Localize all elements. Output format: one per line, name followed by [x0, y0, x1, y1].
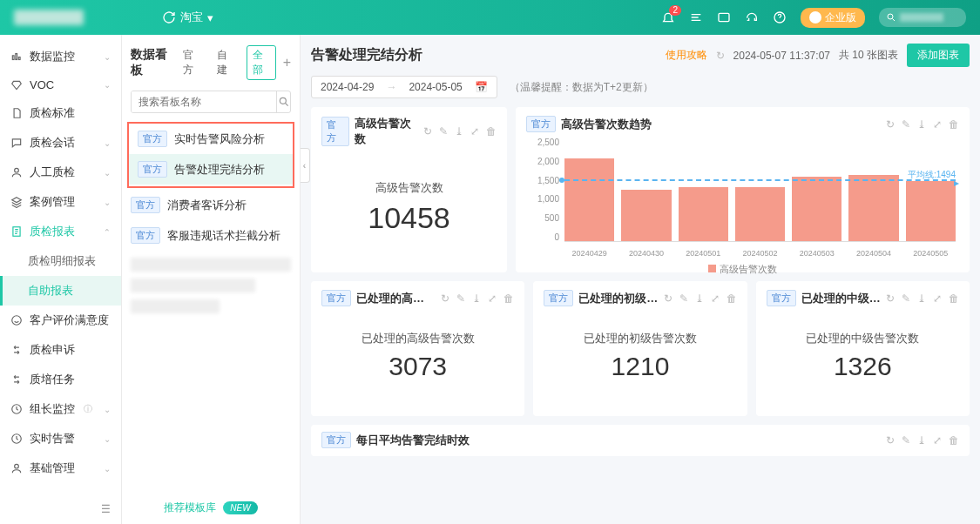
nav-leader[interactable]: 组长监控ⓘ⌄	[0, 394, 121, 424]
delete-icon[interactable]: 🗑	[486, 125, 497, 138]
enterprise-badge[interactable]: 企业版	[801, 8, 865, 28]
dashboard-search-input[interactable]	[132, 91, 276, 112]
dashboard-item-realtime[interactable]: 官方实时告警风险分析	[129, 124, 293, 154]
tab-custom[interactable]: 自建	[212, 46, 240, 79]
card-title: 高级告警次数趋势	[561, 117, 652, 132]
nav-report[interactable]: 质检报表⌄	[0, 217, 121, 246]
nav-sub-detail[interactable]: 质检明细报表	[0, 246, 121, 276]
nav-appeal[interactable]: 质检申诉	[0, 335, 121, 365]
message-icon[interactable]	[717, 10, 731, 24]
edit-icon[interactable]: ✎	[902, 118, 910, 131]
platform-selector[interactable]: 淘宝 ▾	[162, 10, 213, 25]
clock-icon	[10, 433, 23, 445]
dashboard-panel: 数据看板 官方 自建 全部 + 官方实时告警风险分析 官方告警处理完结分析 官方…	[122, 35, 301, 524]
official-tag: 官方	[321, 432, 351, 448]
nav-standard[interactable]: 质检标准	[0, 98, 121, 128]
delete-icon[interactable]: 🗑	[949, 118, 959, 131]
arrows-icon	[10, 344, 23, 356]
refresh-icon[interactable]: ↻	[886, 118, 895, 131]
delete-icon[interactable]: 🗑	[504, 292, 514, 305]
dashboard-item-consumer[interactable]: 官方消费者客诉分析	[122, 190, 300, 220]
download-icon[interactable]: ⤓	[917, 118, 926, 131]
expand-icon[interactable]: ⤢	[711, 292, 720, 305]
search-button[interactable]	[276, 91, 290, 112]
tab-official[interactable]: 官方	[178, 46, 206, 79]
download-icon[interactable]: ⤓	[472, 292, 481, 305]
panel-collapse-button[interactable]: ‹	[301, 148, 310, 183]
official-tag: 官方	[138, 131, 167, 147]
refresh-icon[interactable]: ↻	[886, 434, 895, 447]
nav-case[interactable]: 案例管理⌄	[0, 187, 121, 217]
expand-icon[interactable]: ⤢	[470, 125, 479, 138]
delete-icon[interactable]: 🗑	[727, 292, 737, 305]
refresh-icon[interactable]: ↻	[423, 125, 432, 138]
dashboard-item-alarm-process[interactable]: 官方告警处理完结分析	[129, 154, 293, 185]
date-end: 2024-05-05	[409, 81, 462, 93]
date-range-picker[interactable]: 2024-04-29 → 2024-05-05 📅	[311, 76, 497, 98]
card-trend: 官方 高级告警次数趋势 ↻✎⤓⤢🗑 2,5002,0001,5001,00050…	[516, 107, 970, 272]
refresh-icon[interactable]: ↻	[886, 292, 895, 305]
nav-session[interactable]: 质检会话⌄	[0, 128, 121, 158]
svg-point-8	[12, 316, 22, 326]
nav-satisfaction[interactable]: 客户评价满意度	[0, 306, 121, 335]
official-tag: 官方	[321, 290, 351, 306]
download-icon[interactable]: ⤓	[455, 125, 463, 138]
calendar-icon: 📅	[475, 81, 488, 93]
arrows-icon	[10, 373, 23, 386]
official-tag: 官方	[138, 161, 167, 178]
add-chart-button[interactable]: 添加图表	[907, 44, 970, 67]
edit-icon[interactable]: ✎	[439, 125, 448, 138]
expand-icon[interactable]: ⤢	[488, 292, 497, 305]
nav-basic[interactable]: 基础管理⌄	[0, 453, 121, 483]
refresh-icon[interactable]: ↻	[441, 292, 449, 305]
download-icon[interactable]: ⤓	[917, 292, 926, 305]
file-icon	[10, 107, 23, 119]
bar-chart: 2,5002,0001,5001,0005000 平均线:1494▸ 20240…	[526, 138, 959, 259]
clock-icon	[10, 403, 23, 415]
chevron-up-icon: ⌄	[104, 227, 111, 237]
card-kpi-processed-mid: 官方 已处理的中级… ↻✎⤓⤢🗑 已处理的中级告警次数 1326	[756, 281, 970, 416]
date-start: 2024-04-29	[321, 81, 374, 93]
edit-icon[interactable]: ✎	[456, 292, 465, 305]
diamond-icon	[10, 79, 23, 91]
expand-icon[interactable]: ⤢	[933, 434, 942, 447]
download-icon[interactable]: ⤓	[917, 434, 926, 447]
edit-icon[interactable]: ✎	[902, 434, 910, 447]
data-tip: （温馨提醒：数据为T+2更新）	[510, 80, 653, 95]
headset-icon[interactable]	[745, 10, 759, 24]
nav-training[interactable]: 质培任务	[0, 365, 121, 394]
dashboard-item-block[interactable]: 官方客服违规话术拦截分析	[122, 220, 300, 251]
nav-data-monitor[interactable]: 数据监控⌄	[0, 42, 121, 71]
arrow-right-icon: →	[386, 81, 396, 93]
tab-all[interactable]: 全部	[247, 45, 276, 80]
bell-icon[interactable]: 2	[661, 10, 675, 24]
collapse-toggle-icon[interactable]: ☰	[101, 503, 111, 515]
user-icon	[10, 166, 23, 178]
nav-sub-self[interactable]: 自助报表	[0, 276, 121, 306]
nav-voc[interactable]: VOC⌄	[0, 71, 121, 98]
svg-rect-0	[719, 13, 729, 21]
new-badge: NEW	[223, 501, 257, 514]
kpi-label: 已处理的中级告警次数	[767, 331, 959, 346]
blur-item	[131, 258, 291, 272]
refresh-icon[interactable]: ↻	[716, 50, 725, 62]
kpi-value: 1210	[544, 352, 736, 381]
help-icon[interactable]	[773, 10, 787, 24]
expand-icon[interactable]: ⤢	[933, 292, 942, 305]
download-icon[interactable]: ⤓	[695, 292, 704, 305]
expand-icon[interactable]: ⤢	[933, 118, 942, 131]
nav-manual[interactable]: 人工质检⌄	[0, 158, 121, 187]
top-bar: 淘宝 ▾ 2 企业版	[0, 0, 980, 35]
add-dashboard-icon[interactable]: +	[283, 55, 291, 71]
nav-alert[interactable]: 实时告警⌄	[0, 424, 121, 453]
edit-icon[interactable]: ✎	[902, 292, 910, 305]
chevron-down-icon: ⌄	[104, 198, 111, 207]
delete-icon[interactable]: 🗑	[949, 292, 959, 305]
guide-link[interactable]: 使用攻略	[666, 48, 707, 63]
delete-icon[interactable]: 🗑	[949, 434, 959, 447]
template-library-link[interactable]: 推荐模板库NEW	[122, 500, 300, 515]
edit-icon[interactable]: ✎	[679, 292, 688, 305]
refresh-icon[interactable]: ↻	[664, 292, 672, 305]
top-search[interactable]	[879, 8, 966, 27]
menu-lines-icon[interactable]	[689, 10, 703, 24]
